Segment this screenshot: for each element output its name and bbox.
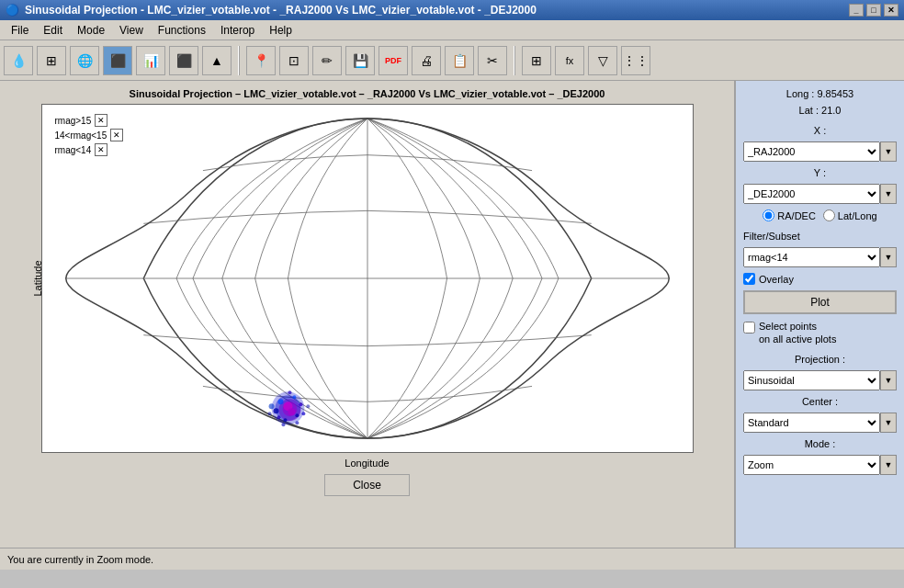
data-dot-13 <box>267 412 271 415</box>
data-dot-9 <box>268 403 274 409</box>
legend-label-2: rmag<14 <box>55 145 92 155</box>
menu-view[interactable]: View <box>112 22 151 39</box>
toolbar-draw[interactable]: ✏ <box>312 46 342 75</box>
menu-interop[interactable]: Interop <box>213 22 262 39</box>
radio-row: RA/DEC Lat/Long <box>743 209 897 221</box>
data-rmag-lt14-center <box>288 408 295 415</box>
select-points-checkbox[interactable] <box>743 322 755 334</box>
minimize-button[interactable]: _ <box>849 4 864 17</box>
longitude-label: Longitude <box>345 458 389 469</box>
toolbar-grid-small[interactable]: ⋮⋮ <box>621 46 650 75</box>
x-axis-select[interactable]: _RAJ2000 <box>743 141 880 162</box>
toolbar-copy[interactable]: 📋 <box>445 46 474 75</box>
toolbar-fx[interactable]: fx <box>555 46 584 75</box>
projection-dropdown-row: Sinusoidal Aitoff ▼ <box>743 370 897 390</box>
toolbar-pdf[interactable]: PDF <box>379 46 408 75</box>
toolbar-table[interactable]: ⊞ <box>522 46 551 75</box>
plot-container[interactable]: rmag>15 ✕ 14<rmag<15 ✕ rmag<14 ✕ <box>41 104 694 453</box>
data-dot-12 <box>295 421 299 424</box>
toolbar-mountain[interactable]: ▲ <box>202 46 232 75</box>
toolbar-printer[interactable]: 🖨 <box>412 46 441 75</box>
data-dot-11 <box>281 423 285 426</box>
center-label: Center : <box>743 396 897 407</box>
menu-file[interactable]: File <box>4 22 36 39</box>
projection-dropdown-btn[interactable]: ▼ <box>880 370 897 390</box>
maximize-button[interactable]: □ <box>866 4 881 17</box>
filter-dropdown-btn[interactable]: ▼ <box>880 247 897 267</box>
right-panel: Long : 9.85453 Lat : 21.0 X : _RAJ2000 ▼… <box>734 81 904 548</box>
menu-bar: File Edit Mode View Functions Interop He… <box>0 20 904 40</box>
data-dot-6 <box>277 415 280 419</box>
close-plot-button[interactable]: Close <box>324 474 410 496</box>
y-axis-label: Y : <box>743 167 897 178</box>
plot-title: Sinusoidal Projection – LMC_vizier_votab… <box>130 88 605 99</box>
legend-item-1: 14<rmag<15 ✕ <box>55 129 124 141</box>
menu-mode[interactable]: Mode <box>70 22 112 39</box>
toolbar-cube[interactable]: ⬛ <box>169 46 198 75</box>
y-axis-dropdown-btn[interactable]: ▼ <box>880 184 897 204</box>
toolbar-filter[interactable]: ▽ <box>588 46 617 75</box>
filter-select[interactable]: rmag<14 <box>743 247 880 267</box>
main-layout: Sinusoidal Projection – LMC_vizier_votab… <box>0 81 904 548</box>
overlay-row: Overlay <box>743 273 897 285</box>
toolbar-droplet[interactable]: 💧 <box>4 46 33 75</box>
toolbar-layers[interactable]: ⬛ <box>103 46 132 75</box>
title-bar-left: 🔵 Sinusoidal Projection - LMC_vizier_vot… <box>6 4 537 17</box>
close-button[interactable]: ✕ <box>884 4 898 17</box>
radio-radec-text: RA/DEC <box>777 210 816 221</box>
data-dot-8 <box>288 390 291 394</box>
legend-checkbox-1[interactable]: ✕ <box>110 129 123 141</box>
toolbar-globe[interactable]: 🌐 <box>70 46 99 75</box>
center-dropdown-row: Standard Custom ▼ <box>743 413 897 433</box>
y-axis-select[interactable]: _DEJ2000 <box>743 184 880 204</box>
radio-radec-label[interactable]: RA/DEC <box>763 209 816 221</box>
close-btn-container: Close <box>324 474 410 496</box>
y-axis-dropdown-row: _DEJ2000 ▼ <box>743 184 897 204</box>
mode-label: Mode : <box>743 438 897 449</box>
status-bar: You are currently in Zoom mode. <box>0 548 904 570</box>
filter-dropdown-row: rmag<14 ▼ <box>743 247 897 267</box>
legend-checkbox-0[interactable]: ✕ <box>95 114 107 127</box>
toolbar-chart[interactable]: 📊 <box>136 46 165 75</box>
legend-item-2: rmag<14 ✕ <box>55 143 124 156</box>
toolbar-pin[interactable]: 📍 <box>246 46 276 75</box>
center-select[interactable]: Standard Custom <box>743 413 880 433</box>
mode-dropdown-btn[interactable]: ▼ <box>880 455 897 475</box>
data-dot-10 <box>301 412 305 415</box>
legend-label-1: 14<rmag<15 <box>55 130 107 141</box>
window-title: Sinusoidal Projection - LMC_vizier_votab… <box>25 4 537 17</box>
coord-lat: Lat : 21.0 <box>743 105 897 116</box>
projection-label: Projection : <box>743 354 897 365</box>
menu-functions[interactable]: Functions <box>151 22 213 39</box>
radio-latlng-text: Lat/Long <box>838 210 877 221</box>
toolbar-grid[interactable]: ⊞ <box>37 46 66 75</box>
toolbar-save[interactable]: 💾 <box>345 46 375 75</box>
radio-radec[interactable] <box>763 209 774 221</box>
data-dot-2 <box>292 395 296 399</box>
menu-help[interactable]: Help <box>262 22 299 39</box>
sinusoidal-plot-svg <box>42 105 693 452</box>
title-bar-controls[interactable]: _ □ ✕ <box>849 4 898 17</box>
legend: rmag>15 ✕ 14<rmag<15 ✕ rmag<14 ✕ <box>55 114 124 158</box>
projection-select[interactable]: Sinusoidal Aitoff <box>743 370 880 390</box>
center-dropdown-btn[interactable]: ▼ <box>880 413 897 433</box>
menu-edit[interactable]: Edit <box>36 22 70 39</box>
data-dot-4 <box>295 413 299 417</box>
legend-checkbox-2[interactable]: ✕ <box>95 143 107 156</box>
select-points-label: Select pointson all active plots <box>759 320 836 346</box>
data-dot-14 <box>306 404 310 408</box>
mode-select[interactable]: Zoom Pan Select <box>743 455 880 475</box>
radio-latlng[interactable] <box>823 209 835 221</box>
toolbar-crop[interactable]: ✂ <box>478 46 507 75</box>
legend-item-0: rmag>15 ✕ <box>55 114 124 127</box>
data-dot-3 <box>273 408 278 413</box>
filter-label: Filter/Subset <box>743 231 897 242</box>
x-axis-dropdown-row: _RAJ2000 ▼ <box>743 141 897 162</box>
x-axis-dropdown-btn[interactable]: ▼ <box>880 141 897 162</box>
overlay-checkbox[interactable] <box>743 273 755 285</box>
toolbar-sep-2 <box>514 46 515 75</box>
toolbar-zoom-fit[interactable]: ⊡ <box>279 46 309 75</box>
plot-button[interactable]: Plot <box>743 290 897 314</box>
radio-latlng-label[interactable]: Lat/Long <box>823 209 877 221</box>
overlay-label: Overlay <box>759 274 794 285</box>
